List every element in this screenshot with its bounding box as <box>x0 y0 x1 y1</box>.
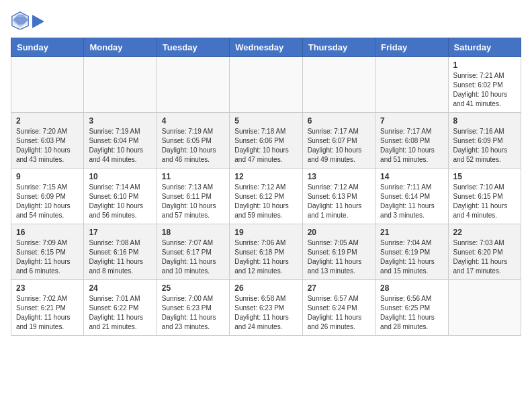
day-number: 24 <box>89 283 151 293</box>
day-info: Sunrise: 7:07 AM Sunset: 6:17 PM Dayligh… <box>162 238 224 276</box>
day-number: 4 <box>162 116 224 126</box>
day-number: 6 <box>308 116 370 126</box>
logo-icon <box>11 11 30 30</box>
calendar-cell <box>157 57 229 113</box>
calendar-week-row: 16Sunrise: 7:09 AM Sunset: 6:15 PM Dayli… <box>11 224 521 280</box>
day-number: 10 <box>89 172 151 181</box>
calendar-cell: 3Sunrise: 7:19 AM Sunset: 6:04 PM Daylig… <box>84 113 157 169</box>
day-number: 28 <box>380 283 443 293</box>
day-info: Sunrise: 7:02 AM Sunset: 6:21 PM Dayligh… <box>16 294 79 332</box>
day-info: Sunrise: 7:08 AM Sunset: 6:16 PM Dayligh… <box>89 238 151 276</box>
day-number: 23 <box>16 283 79 293</box>
day-number: 14 <box>380 172 443 181</box>
day-number: 8 <box>453 116 516 126</box>
day-info: Sunrise: 7:17 AM Sunset: 6:07 PM Dayligh… <box>308 127 370 165</box>
calendar-cell: 20Sunrise: 7:05 AM Sunset: 6:19 PM Dayli… <box>302 224 375 280</box>
day-number: 19 <box>234 228 297 237</box>
day-info: Sunrise: 7:04 AM Sunset: 6:19 PM Dayligh… <box>380 238 443 276</box>
day-number: 9 <box>16 172 79 181</box>
calendar-week-row: 23Sunrise: 7:02 AM Sunset: 6:21 PM Dayli… <box>11 280 521 336</box>
calendar-cell: 5Sunrise: 7:18 AM Sunset: 6:06 PM Daylig… <box>230 113 302 169</box>
calendar-cell: 1Sunrise: 7:21 AM Sunset: 6:02 PM Daylig… <box>448 57 521 113</box>
calendar-week-row: 2Sunrise: 7:20 AM Sunset: 6:03 PM Daylig… <box>11 113 521 169</box>
calendar-cell: 15Sunrise: 7:10 AM Sunset: 6:15 PM Dayli… <box>448 169 521 224</box>
col-header-sunday: Sunday <box>11 38 84 57</box>
day-number: 20 <box>308 228 370 237</box>
calendar-cell: 17Sunrise: 7:08 AM Sunset: 6:16 PM Dayli… <box>84 224 157 280</box>
calendar-cell: 16Sunrise: 7:09 AM Sunset: 6:15 PM Dayli… <box>11 224 84 280</box>
calendar-table: SundayMondayTuesdayWednesdayThursdayFrid… <box>11 38 521 336</box>
col-header-saturday: Saturday <box>448 38 521 57</box>
calendar-cell <box>302 57 375 113</box>
calendar-cell <box>375 57 448 113</box>
day-info: Sunrise: 7:19 AM Sunset: 6:04 PM Dayligh… <box>89 127 151 165</box>
day-info: Sunrise: 6:57 AM Sunset: 6:24 PM Dayligh… <box>308 294 370 332</box>
day-info: Sunrise: 7:10 AM Sunset: 6:15 PM Dayligh… <box>453 183 516 220</box>
calendar-cell: 14Sunrise: 7:11 AM Sunset: 6:14 PM Dayli… <box>375 169 448 224</box>
calendar-cell: 21Sunrise: 7:04 AM Sunset: 6:19 PM Dayli… <box>375 224 448 280</box>
day-info: Sunrise: 7:13 AM Sunset: 6:11 PM Dayligh… <box>162 183 224 220</box>
calendar-cell <box>448 280 521 336</box>
col-header-wednesday: Wednesday <box>230 38 302 57</box>
day-number: 7 <box>380 116 443 126</box>
day-info: Sunrise: 7:05 AM Sunset: 6:19 PM Dayligh… <box>308 238 370 276</box>
logo-triangle <box>32 15 44 28</box>
day-info: Sunrise: 7:16 AM Sunset: 6:09 PM Dayligh… <box>453 127 516 165</box>
day-number: 25 <box>162 283 224 293</box>
calendar-cell: 11Sunrise: 7:13 AM Sunset: 6:11 PM Dayli… <box>157 169 229 224</box>
calendar-week-row: 9Sunrise: 7:15 AM Sunset: 6:09 PM Daylig… <box>11 169 521 224</box>
calendar-cell: 24Sunrise: 7:01 AM Sunset: 6:22 PM Dayli… <box>84 280 157 336</box>
col-header-thursday: Thursday <box>302 38 375 57</box>
calendar-cell: 18Sunrise: 7:07 AM Sunset: 6:17 PM Dayli… <box>157 224 229 280</box>
calendar-cell: 22Sunrise: 7:03 AM Sunset: 6:20 PM Dayli… <box>448 224 521 280</box>
calendar-cell: 4Sunrise: 7:19 AM Sunset: 6:05 PM Daylig… <box>157 113 229 169</box>
day-number: 15 <box>453 172 516 181</box>
day-info: Sunrise: 7:09 AM Sunset: 6:15 PM Dayligh… <box>16 238 79 276</box>
day-info: Sunrise: 7:15 AM Sunset: 6:09 PM Dayligh… <box>16 183 79 220</box>
day-number: 5 <box>234 116 297 126</box>
calendar-cell <box>84 57 157 113</box>
day-number: 13 <box>308 172 370 181</box>
day-info: Sunrise: 7:14 AM Sunset: 6:10 PM Dayligh… <box>89 183 151 220</box>
col-header-tuesday: Tuesday <box>157 38 229 57</box>
calendar-cell: 13Sunrise: 7:12 AM Sunset: 6:13 PM Dayli… <box>302 169 375 224</box>
calendar-header-row: SundayMondayTuesdayWednesdayThursdayFrid… <box>11 38 521 57</box>
day-info: Sunrise: 7:20 AM Sunset: 6:03 PM Dayligh… <box>16 127 79 165</box>
day-number: 27 <box>308 283 370 293</box>
calendar-cell: 9Sunrise: 7:15 AM Sunset: 6:09 PM Daylig… <box>11 169 84 224</box>
calendar-cell: 28Sunrise: 6:56 AM Sunset: 6:25 PM Dayli… <box>375 280 448 336</box>
day-number: 3 <box>89 116 151 126</box>
day-number: 16 <box>16 228 79 237</box>
day-number: 1 <box>453 60 516 70</box>
calendar-cell: 10Sunrise: 7:14 AM Sunset: 6:10 PM Dayli… <box>84 169 157 224</box>
day-info: Sunrise: 7:01 AM Sunset: 6:22 PM Dayligh… <box>89 294 151 332</box>
day-info: Sunrise: 7:06 AM Sunset: 6:18 PM Dayligh… <box>234 238 297 276</box>
calendar-week-row: 1Sunrise: 7:21 AM Sunset: 6:02 PM Daylig… <box>11 57 521 113</box>
page-header <box>11 11 521 30</box>
day-number: 12 <box>234 172 297 181</box>
day-number: 11 <box>162 172 224 181</box>
calendar-cell: 8Sunrise: 7:16 AM Sunset: 6:09 PM Daylig… <box>448 113 521 169</box>
day-info: Sunrise: 7:12 AM Sunset: 6:12 PM Dayligh… <box>234 183 297 220</box>
logo <box>11 11 44 30</box>
day-info: Sunrise: 6:58 AM Sunset: 6:23 PM Dayligh… <box>234 294 297 332</box>
calendar-cell: 12Sunrise: 7:12 AM Sunset: 6:12 PM Dayli… <box>230 169 302 224</box>
day-number: 22 <box>453 228 516 237</box>
day-info: Sunrise: 6:56 AM Sunset: 6:25 PM Dayligh… <box>380 294 443 332</box>
day-number: 17 <box>89 228 151 237</box>
day-number: 21 <box>380 228 443 237</box>
calendar-cell: 19Sunrise: 7:06 AM Sunset: 6:18 PM Dayli… <box>230 224 302 280</box>
calendar-cell: 2Sunrise: 7:20 AM Sunset: 6:03 PM Daylig… <box>11 113 84 169</box>
col-header-friday: Friday <box>375 38 448 57</box>
day-info: Sunrise: 7:21 AM Sunset: 6:02 PM Dayligh… <box>453 71 516 109</box>
logo-text <box>32 13 44 27</box>
svg-marker-3 <box>32 15 44 28</box>
day-info: Sunrise: 7:19 AM Sunset: 6:05 PM Dayligh… <box>162 127 224 165</box>
calendar-cell <box>11 57 84 113</box>
day-number: 18 <box>162 228 224 237</box>
calendar-cell: 25Sunrise: 7:00 AM Sunset: 6:23 PM Dayli… <box>157 280 229 336</box>
day-number: 26 <box>234 283 297 293</box>
day-info: Sunrise: 7:17 AM Sunset: 6:08 PM Dayligh… <box>380 127 443 165</box>
day-info: Sunrise: 7:03 AM Sunset: 6:20 PM Dayligh… <box>453 238 516 276</box>
col-header-monday: Monday <box>84 38 157 57</box>
